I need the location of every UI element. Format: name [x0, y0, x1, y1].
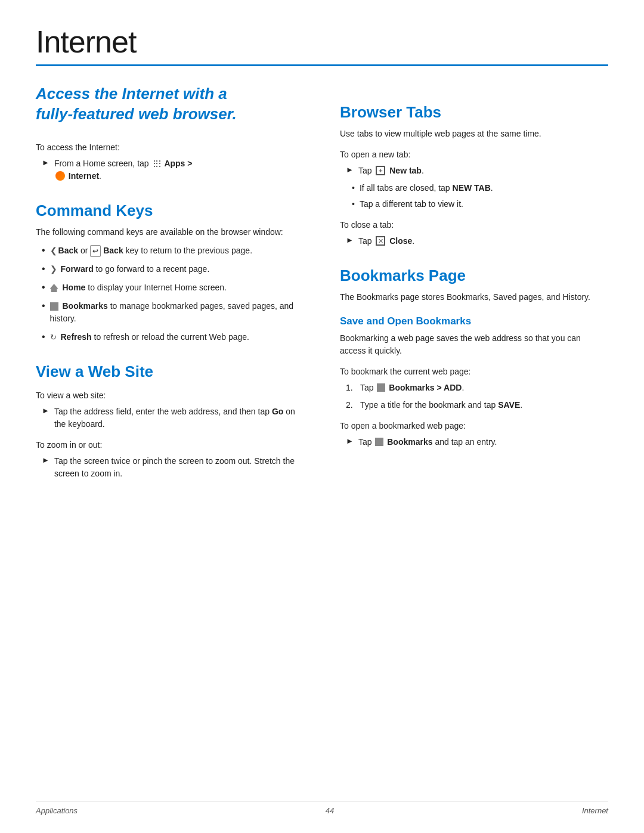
browser-tabs-heading: Browser Tabs: [340, 103, 608, 122]
open-bookmark-text: Tap Bookmarks and tap an entry.: [358, 436, 497, 448]
home-icon: [50, 284, 58, 292]
open-bookmark-step: ► Tap Bookmarks and tap an entry.: [346, 436, 608, 448]
arrow-icon: ►: [42, 158, 49, 167]
footer: Applications 44 Internet: [36, 801, 608, 815]
open-bookmark-instruction: To open a bookmarked web page:: [340, 420, 608, 432]
right-column: Browser Tabs Use tabs to view multiple w…: [340, 84, 608, 485]
page-container: Internet Access the Internet with a full…: [0, 0, 644, 521]
command-keys-intro: The following command keys are available…: [36, 226, 304, 239]
tab-sub-bullets: If all tabs are closed, tap NEW TAB. Tap…: [352, 182, 608, 210]
tagline-line1: Access the Internet with a: [36, 85, 227, 103]
back-icon: ❮: [50, 244, 57, 257]
open-tab-instruction: To open a new tab:: [340, 148, 608, 161]
internet-label: Internet: [69, 171, 99, 181]
list-item: ↻ Refresh to refresh or reload the curre…: [42, 331, 304, 343]
access-instruction: To access the Internet:: [36, 141, 304, 154]
arrow-icon: ►: [42, 406, 49, 415]
access-step: ► From a Home screen, tap Apps > Interne…: [42, 157, 304, 182]
bookmarks-icon: [50, 302, 58, 311]
tagline: Access the Internet with a fully-feature…: [36, 84, 304, 125]
arrow-icon: ►: [42, 456, 49, 465]
view-step2-text: Tap the screen twice or pinch the screen…: [54, 455, 304, 480]
command-keys-heading: Command Keys: [36, 202, 304, 220]
footer-center: 44: [326, 806, 334, 815]
bookmark-steps: 1. Tap Bookmarks > ADD. 2. Type a title …: [346, 382, 608, 411]
new-tab-icon: +: [376, 166, 385, 175]
save-open-heading: Save and Open Bookmarks: [340, 315, 608, 327]
arrow-icon: ►: [346, 236, 354, 244]
open-tab-step: ► Tap + New tab.: [346, 165, 608, 177]
access-step-text: From a Home screen, tap Apps > Internet.: [54, 157, 193, 182]
bookmarks-intro: The Bookmarks page stores Bookmarks, Sav…: [340, 291, 608, 304]
left-column: Access the Internet with a fully-feature…: [36, 84, 304, 485]
bookmarks-icon: [377, 383, 385, 392]
internet-icon: [55, 171, 65, 181]
view-instruction1: To view a web site:: [36, 389, 304, 402]
view-web-site-heading: View a Web Site: [36, 363, 304, 381]
close-tab-instruction: To close a tab:: [340, 219, 608, 231]
list-item: 1. Tap Bookmarks > ADD.: [346, 382, 608, 394]
view-instruction2: To zoom in or out:: [36, 439, 304, 451]
tagline-line2: fully-featured web browser.: [36, 105, 237, 123]
view-step2: ► Tap the screen twice or pinch the scre…: [42, 455, 304, 480]
bookmarks-icon: [375, 438, 383, 446]
footer-left: Applications: [36, 806, 78, 815]
apps-label: Apps >: [164, 159, 192, 168]
list-item: Home to display your Internet Home scree…: [42, 281, 304, 294]
command-keys-list: ❮ Back or ↩ Back key to return to the pr…: [42, 244, 304, 343]
bookmark-instruction1: To bookmark the current web page:: [340, 366, 608, 378]
view-step1-text: Tap the address field, enter the web add…: [54, 405, 304, 431]
bookmarks-page-heading: Bookmarks Page: [340, 267, 608, 285]
list-item: If all tabs are closed, tap NEW TAB.: [352, 182, 608, 194]
open-tab-text: Tap + New tab.: [358, 165, 424, 177]
arrow-icon: ►: [346, 165, 354, 174]
view-step1: ► Tap the address field, enter the web a…: [42, 405, 304, 431]
close-tab-text: Tap ✕ Close.: [358, 235, 414, 247]
list-item: Bookmarks to manage bookmarked pages, sa…: [42, 300, 304, 325]
refresh-icon: ↻: [50, 333, 57, 342]
title-divider: [36, 64, 608, 66]
close-tab-step: ► Tap ✕ Close.: [346, 235, 608, 247]
apps-icon: [153, 159, 161, 168]
main-content: Access the Internet with a fully-feature…: [36, 84, 608, 485]
forward-icon: ❯: [50, 264, 57, 274]
browser-tabs-intro: Use tabs to view multiple web pages at t…: [340, 128, 608, 140]
arrow-icon: ►: [346, 436, 354, 445]
close-icon: ✕: [376, 236, 385, 246]
page-title: Internet: [36, 24, 608, 60]
save-open-intro: Bookmarking a web page saves the web add…: [340, 332, 608, 357]
list-item: ❮ Back or ↩ Back key to return to the pr…: [42, 244, 304, 257]
list-item: 2. Type a title for the bookmark and tap…: [346, 399, 608, 411]
list-item: ❯ Forward to go forward to a recent page…: [42, 263, 304, 275]
footer-right: Internet: [582, 806, 608, 815]
list-item: Tap a different tab to view it.: [352, 198, 608, 210]
